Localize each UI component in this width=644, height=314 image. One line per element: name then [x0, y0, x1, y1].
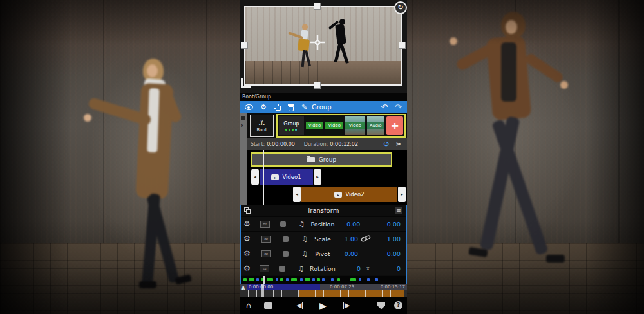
screenshot-root: ↻ Root/Group ⚙ ✎ Group ↶ ↷ — [0, 0, 644, 314]
pointer-icon[interactable] — [377, 297, 385, 314]
help-icon[interactable]: ? — [394, 297, 402, 314]
panel-dock-icon[interactable] — [244, 207, 251, 214]
param-label: Position — [310, 221, 334, 228]
settings-icon[interactable]: ⚙ — [260, 101, 267, 113]
param-value-x[interactable]: 1.00 — [331, 236, 358, 243]
trim-arrow: ▸ — [401, 192, 403, 197]
panel-title: Transform — [251, 207, 395, 214]
param-value-x[interactable]: 0.00 — [334, 221, 360, 228]
home-icon[interactable]: ⌂ — [246, 297, 251, 314]
clip-video1[interactable]: ▸ Video1 — [260, 169, 313, 185]
panel-menu-icon[interactable]: ≡ — [395, 207, 402, 214]
trim-handle-video1-right[interactable]: ▸ — [314, 169, 321, 185]
time-ruler[interactable]: ∧ 0:00:00.00 0:00:07.23 0:00:15:17 — [240, 284, 407, 297]
trim-arrow: ▸ — [316, 174, 319, 180]
selection-toolbar: ⚙ ✎ Group ↶ ↷ — [240, 101, 407, 113]
reset-param-icon[interactable]: ⚙ — [243, 219, 256, 228]
trim-arrow: ◂ — [254, 174, 256, 180]
transport-bar: ⌂ ◀ ▶ ▶ ? — [240, 297, 407, 314]
node-thumb-label: Video — [325, 122, 343, 129]
reset-param-icon[interactable]: ⚙ — [243, 264, 256, 273]
link-icon[interactable] — [358, 236, 374, 243]
previous-frame-button[interactable]: ◀ — [296, 297, 303, 314]
param-value-x[interactable]: 0 — [336, 265, 361, 272]
trim-handle-video2-left[interactable]: ◂ — [293, 187, 301, 202]
preview-video[interactable]: ↻ — [244, 6, 402, 86]
param-row-pivot: ⚙ ≈ ♫ Pivot 0.00 0.00 — [241, 246, 406, 261]
resize-handle-bottom[interactable] — [314, 82, 321, 89]
param-label: Pivot — [314, 250, 331, 257]
trim-handle-video2-right[interactable]: ▸ — [398, 187, 406, 202]
timeline-rail[interactable]: › — [240, 113, 247, 205]
param-value-y[interactable]: 1.00 — [374, 236, 401, 243]
corner-anchor-icon[interactable] — [242, 78, 251, 88]
reset-view-icon[interactable]: ↺ — [383, 140, 390, 149]
param-value-x[interactable]: 0.00 — [331, 250, 358, 257]
rotate-handle-icon[interactable]: ↻ — [394, 1, 407, 14]
node-thumb-video-1[interactable]: Video — [306, 116, 324, 135]
keyframe-toggle-icon[interactable] — [276, 236, 295, 242]
play-button[interactable]: ▶ — [319, 297, 327, 314]
scrubber-handle[interactable] — [261, 284, 264, 297]
node-thumb-video-3[interactable]: Video — [345, 116, 365, 135]
node-thumb-video-2[interactable]: Video — [325, 116, 343, 135]
ruler-tick-row[interactable] — [240, 290, 407, 297]
audio-react-icon[interactable]: ♫ — [292, 220, 310, 228]
keyframe-dots — [285, 129, 297, 131]
root-node-label: Root — [257, 127, 267, 133]
trim-handle-video1-left[interactable]: ◂ — [251, 169, 259, 185]
audio-react-icon[interactable]: ♫ — [295, 235, 314, 243]
delete-icon[interactable] — [288, 104, 294, 111]
add-node-button[interactable]: + — [386, 116, 403, 135]
pivot-crosshair-icon[interactable] — [310, 35, 325, 50]
keyframe-toggle-icon[interactable] — [274, 266, 292, 272]
reset-param-icon[interactable]: ⚙ — [243, 249, 256, 258]
undo-icon[interactable]: ↶ — [381, 101, 388, 113]
transform-panel: Transform ≡ ⚙ ≈ ♫ Position 0.00 0.00 ⚙ ≈… — [240, 205, 407, 284]
ruler-time-end: 0:00:15:17 — [381, 284, 405, 290]
node-children-container: Group Video Video Video Audio + — [276, 114, 406, 138]
root-node-button[interactable]: ⚓ Root — [250, 115, 274, 137]
node-thumb-label: Group — [283, 121, 299, 127]
node-thumb-group[interactable]: Group — [279, 116, 304, 135]
clip-video2[interactable]: ▸ Video2 — [301, 187, 397, 202]
next-frame-button[interactable]: ▶ — [343, 297, 350, 314]
reset-param-icon[interactable]: ⚙ — [243, 234, 256, 243]
param-row-position: ⚙ ≈ ♫ Position 0.00 0.00 — [241, 216, 406, 231]
rail-expand-icon[interactable]: › — [241, 122, 243, 129]
node-thumb-audio[interactable]: Audio — [367, 116, 385, 135]
curve-icon[interactable]: ≈ — [256, 250, 276, 257]
param-row-rotation: ⚙ ≈ ♫ Rotation 0 x 0 — [241, 261, 406, 275]
rail-layers-icon[interactable] — [241, 116, 245, 120]
keyframe-toggle-icon[interactable] — [274, 221, 292, 227]
redo-icon[interactable]: ↷ — [395, 101, 402, 113]
clip-label: Video1 — [282, 174, 301, 180]
param-label: Scale — [314, 236, 331, 243]
video-clip-icon: ▸ — [271, 174, 279, 180]
resize-handle-right[interactable] — [399, 42, 406, 49]
param-value-y[interactable]: 0.00 — [375, 221, 401, 228]
param-value-y[interactable]: 0.00 — [374, 250, 401, 257]
keyframe-toggle-icon[interactable] — [276, 251, 295, 257]
ruler-overview-row[interactable]: 0:00:00.00 0:00:07.23 0:00:15:17 — [240, 284, 407, 290]
duplicate-icon[interactable] — [274, 104, 281, 111]
timeline-group-bar[interactable]: Group — [251, 152, 392, 167]
start-label: Start: — [251, 142, 265, 147]
resize-handle-top[interactable] — [314, 3, 321, 10]
audio-react-icon[interactable]: ♫ — [292, 264, 310, 273]
comment-icon[interactable] — [264, 297, 272, 314]
audio-react-icon[interactable]: ♫ — [295, 250, 314, 258]
param-value-y[interactable]: 0 — [375, 265, 401, 272]
curve-icon[interactable]: ≈ — [256, 236, 276, 243]
keyframe-strip[interactable] — [241, 276, 406, 284]
collapse-chevron-icon[interactable]: ∧ — [241, 284, 245, 291]
rename-icon[interactable]: ✎ — [301, 101, 307, 113]
curve-icon[interactable]: ≈ — [256, 265, 274, 272]
visibility-icon[interactable] — [245, 104, 253, 110]
node-strip: ⚓ Root Group Video Video Video Audio — [240, 113, 407, 138]
curve-icon[interactable]: ≈ — [256, 221, 274, 228]
clip-label: Video2 — [345, 191, 364, 198]
resize-handle-left[interactable] — [241, 42, 248, 49]
split-icon[interactable]: ✂ — [396, 140, 402, 149]
playhead[interactable] — [263, 150, 264, 205]
